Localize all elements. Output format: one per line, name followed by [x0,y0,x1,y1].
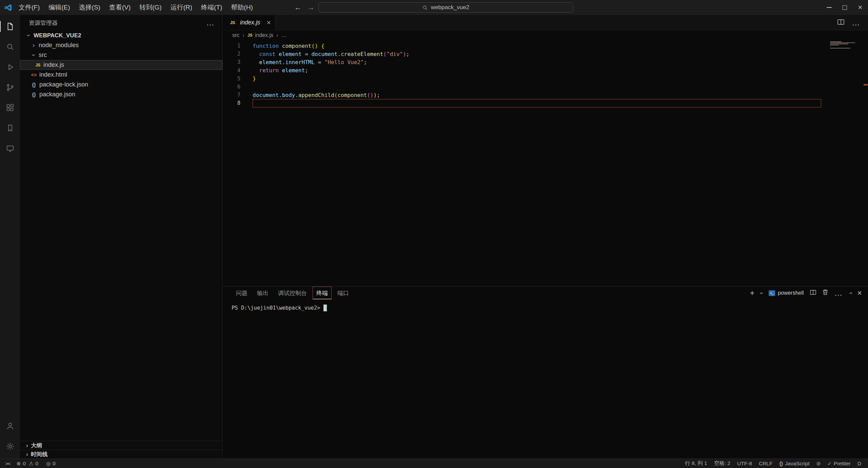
panel-actions: + › >_ powershell … › [750,289,862,297]
status-extension-status[interactable]: ⊘ [813,459,824,468]
js-file-icon: JS [248,33,253,38]
menubar-item[interactable]: 文件(F) [14,0,44,15]
minimize-button[interactable] [821,0,837,15]
split-editor-icon[interactable] [837,19,844,26]
breadcrumb-item[interactable]: src [232,32,239,38]
tree-item-package-lock.json[interactable]: {}package-lock.json [20,80,222,90]
tree-item-index.html[interactable]: <>index.html [20,70,222,80]
activity-settings-button[interactable] [0,436,20,456]
activity-run-debug-button[interactable] [0,57,20,77]
code-text: function component() { [253,42,821,50]
close-panel-icon[interactable]: × [857,290,862,296]
tree-item-label: package-lock.json [39,81,88,88]
code-text: document.body.appendChild(component()); [253,91,821,99]
tree-item-label: index.js [43,61,64,69]
activity-remote-explorer-button[interactable] [0,138,20,159]
tree-item-package.json[interactable]: {}package.json [20,90,222,99]
menubar-item[interactable]: 终端(T) [197,0,226,15]
close-window-button[interactable]: × [852,0,868,15]
close-tab-icon[interactable]: × [267,19,271,26]
tree-item-node_modules[interactable]: ›node_modules [20,40,222,50]
code-line: 3 element.innerHTML = "Hello Vue2"; [223,58,868,66]
activity-bookmarks-button[interactable] [0,118,20,138]
tree-item-src[interactable]: ›src [20,50,222,60]
terminal-shell-item[interactable]: >_ powershell [769,290,804,296]
activity-search-button[interactable] [0,37,20,57]
breadcrumb-item[interactable]: … [281,32,287,38]
html-file-icon: <> [29,72,38,78]
kill-terminal-icon[interactable] [822,289,828,297]
breadcrumb-item[interactable]: JSindex.js [248,32,273,38]
tab-bar: JS index.js × … [223,15,868,31]
panel-tabs: 问题输出调试控制台终端端口 [232,287,353,299]
menubar-item[interactable]: 编辑(E) [44,0,74,15]
forward-arrow-button[interactable]: → [307,0,315,15]
status-ports-indicator[interactable]: ◎0 [43,459,59,468]
terminal-dropdown-icon[interactable]: › [758,292,765,294]
editor-tab[interactable]: JS index.js × [223,15,275,30]
breadcrumb: src›JSindex.js›… [223,31,868,40]
chevron-right-icon: › [23,443,31,449]
activity-bar [0,15,20,459]
activity-source-control-button[interactable] [0,77,20,98]
window-controls: × [821,0,868,15]
files-icon [6,22,15,31]
remote-icon: >< [5,461,10,466]
panel-header: 问题输出调试控制台终端端口 + › >_ powershell [223,287,868,299]
sidebar-section-时间线[interactable]: ›时间线 [20,450,222,459]
maximize-button[interactable] [837,0,852,15]
status-cursor-position-status[interactable]: 行 8, 列 1 [682,459,710,468]
split-terminal-icon[interactable] [810,290,816,297]
vscode-window: 文件(F)编辑(E)选择(S)查看(V)转到(G)运行(R)终端(T)帮助(H)… [0,0,868,468]
breadcrumb-label: src [232,32,239,38]
status-problems-indicator[interactable]: ⊗0⚠0 [13,459,43,468]
editor-more-actions-icon[interactable]: … [852,21,861,24]
search-box[interactable]: webpack_vue2 [318,2,573,13]
minimap[interactable] [830,41,863,50]
new-terminal-icon[interactable]: + [750,290,754,296]
status-encoding-status[interactable]: UTF-8 [734,459,755,468]
json-file-icon: {} [29,82,38,87]
menubar-item[interactable]: 帮助(H) [226,0,257,15]
maximize-panel-icon[interactable]: › [847,292,854,294]
status-eol-status[interactable]: CRLF [755,459,776,468]
sidebar-section-大纲[interactable]: ›大纲 [20,441,222,450]
panel-tab-问题[interactable]: 问题 [232,287,251,299]
tree-item-index.js[interactable]: JSindex.js [20,60,222,70]
panel-tab-输出[interactable]: 输出 [253,287,272,299]
activity-extensions-button[interactable] [0,98,20,118]
status-remote-indicator[interactable]: >< [2,459,13,468]
line-number: 5 [223,76,240,82]
status-indentation-status[interactable]: 空格: 2 [711,459,734,468]
status-prettier-status[interactable]: ✓Prettier [824,459,854,468]
explorer-more-actions-icon[interactable]: … [206,21,215,24]
sidebar-title: 资源管理器 [29,19,206,27]
overview-ruler[interactable] [863,40,868,286]
editor[interactable]: 1function component() {2 const element =… [223,40,868,286]
shell-name: powershell [778,290,804,296]
panel-tab-端口[interactable]: 端口 [334,287,353,299]
menubar-item[interactable]: 转到(G) [135,0,166,15]
back-arrow-button[interactable]: ← [294,0,302,15]
activity-explorer-button[interactable] [0,16,20,37]
sidebar-explorer: 资源管理器 … ›WEBPACK_VUE2›node_modules›srcJS… [20,15,223,459]
panel-tab-调试控制台[interactable]: 调试控制台 [274,287,311,299]
panel-tab-终端[interactable]: 终端 [313,287,332,299]
line-number: 1 [223,43,240,49]
terminal[interactable]: PS D:\juejin01\webpack_vue2> [223,299,868,459]
search-value: webpack_vue2 [431,4,469,11]
menubar-item[interactable]: 查看(V) [105,0,135,15]
menubar-item[interactable]: 选择(S) [75,0,105,15]
tree-item-WEBPACK_VUE2[interactable]: ›WEBPACK_VUE2 [20,31,222,40]
js-file-icon: JS [34,63,42,67]
menubar-item[interactable]: 运行(R) [166,0,197,15]
status-notifications-bell[interactable]: Ω [854,459,865,468]
status-bar: ><⊗0⚠0◎0 行 8, 列 1空格: 2UTF-8CRLF{}JavaScr… [0,459,868,468]
tree-item-label: src [39,52,47,59]
search-icon [6,42,15,51]
title-bar: 文件(F)编辑(E)选择(S)查看(V)转到(G)运行(R)终端(T)帮助(H)… [0,0,868,15]
activity-account-button[interactable] [0,416,20,436]
vscode-logo-icon [2,0,14,15]
panel-more-actions-icon[interactable]: … [834,291,843,295]
status-language-mode-status[interactable]: {}JavaScript [776,459,813,468]
